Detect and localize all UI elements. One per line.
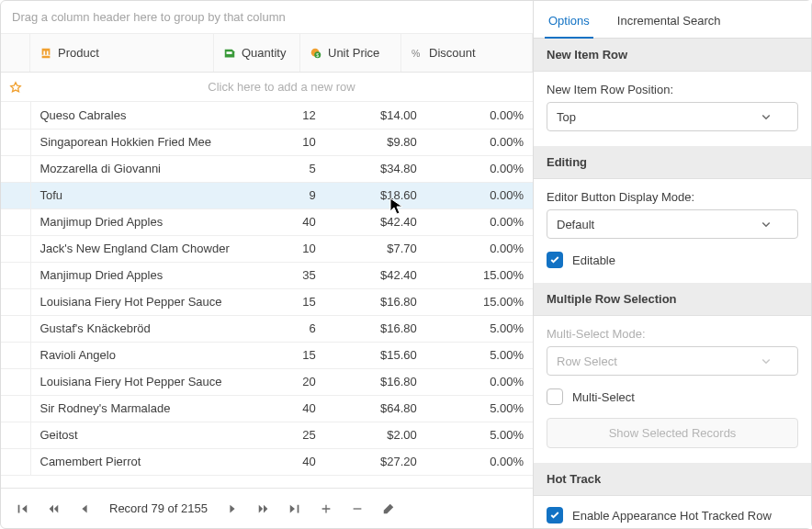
cell-unit-price[interactable]: $7.70 xyxy=(325,235,426,262)
multi-select-label: Multi-Select xyxy=(572,390,635,404)
cell-discount[interactable]: 0.00% xyxy=(426,368,533,395)
cell-product[interactable]: Manjimup Dried Apples xyxy=(30,262,239,288)
table-row[interactable]: Sir Rodney's Marmalade40$64.805.00% xyxy=(1,395,533,422)
cell-product[interactable]: Singaporean Hokkien Fried Mee xyxy=(30,129,239,155)
table-row[interactable]: Queso Cabrales12$14.000.00% xyxy=(1,102,533,129)
cell-discount[interactable]: 5.00% xyxy=(426,315,533,342)
cell-quantity[interactable]: 40 xyxy=(239,395,325,422)
hot-track-checkbox[interactable] xyxy=(547,507,563,523)
cell-quantity[interactable]: 10 xyxy=(239,129,325,155)
table-row[interactable]: Gustaf's Knäckebröd6$16.805.00% xyxy=(1,315,533,342)
cell-discount[interactable]: 5.00% xyxy=(426,395,533,422)
cell-unit-price[interactable]: $27.20 xyxy=(325,448,426,475)
cell-discount[interactable]: 15.00% xyxy=(426,288,533,315)
new-item-row[interactable]: Click here to add a new row xyxy=(1,73,533,102)
cell-product[interactable]: Queso Cabrales xyxy=(30,102,239,129)
cell-product[interactable]: Camembert Pierrot xyxy=(30,448,239,475)
cell-product[interactable]: Sir Rodney's Marmalade xyxy=(30,395,239,422)
cell-discount[interactable]: 0.00% xyxy=(426,102,533,129)
cell-quantity[interactable]: 25 xyxy=(239,422,325,448)
cell-unit-price[interactable]: $64.80 xyxy=(325,395,426,422)
cell-product[interactable]: Manjimup Dried Apples xyxy=(30,208,239,235)
cell-unit-price[interactable]: $16.80 xyxy=(325,288,426,315)
remove-button[interactable] xyxy=(342,495,373,523)
cell-unit-price[interactable]: $42.40 xyxy=(325,262,426,288)
table-row[interactable]: Tofu9$18.600.00% xyxy=(1,182,533,208)
column-header-quantity[interactable]: Quantity xyxy=(214,34,300,72)
cell-product[interactable]: Mozzarella di Giovanni xyxy=(30,155,239,182)
table-row[interactable]: Manjimup Dried Apples35$42.4015.00% xyxy=(1,262,533,288)
cell-product[interactable]: Tofu xyxy=(30,182,239,208)
cell-discount[interactable]: 15.00% xyxy=(426,262,533,288)
column-header-unit-price[interactable]: $ Unit Price xyxy=(300,34,401,72)
cell-product[interactable]: Gustaf's Knäckebröd xyxy=(30,315,239,342)
tab-options[interactable]: Options xyxy=(545,6,593,39)
cell-quantity[interactable]: 5 xyxy=(239,155,325,182)
cell-product[interactable]: Geitost xyxy=(30,422,239,448)
cell-quantity[interactable]: 40 xyxy=(239,208,325,235)
multi-select-checkbox[interactable] xyxy=(547,388,563,405)
cell-product[interactable]: Ravioli Angelo xyxy=(30,342,239,368)
table-row[interactable]: Geitost25$2.005.00% xyxy=(1,422,533,448)
row-indicator xyxy=(1,422,30,448)
cell-unit-price[interactable]: $18.60 xyxy=(325,182,426,208)
edit-button[interactable] xyxy=(373,495,404,523)
cell-unit-price[interactable]: $16.80 xyxy=(325,315,426,342)
cell-quantity[interactable]: 40 xyxy=(239,448,325,475)
add-button[interactable] xyxy=(310,495,342,523)
grid-rows[interactable]: Queso Cabrales12$14.000.00%Singaporean H… xyxy=(1,102,533,488)
table-row[interactable]: Mozzarella di Giovanni5$34.800.00% xyxy=(1,155,533,182)
cell-quantity[interactable]: 6 xyxy=(239,315,325,342)
cell-product[interactable]: Jack's New England Clam Chowder xyxy=(30,235,239,262)
group-panel[interactable]: Drag a column header here to group by th… xyxy=(1,1,533,34)
cell-unit-price[interactable]: $34.80 xyxy=(325,155,426,182)
data-grid: Drag a column header here to group by th… xyxy=(1,1,534,528)
cell-product[interactable]: Louisiana Fiery Hot Pepper Sauce xyxy=(30,288,239,315)
cell-discount[interactable]: 0.00% xyxy=(426,182,533,208)
cell-quantity[interactable]: 10 xyxy=(239,235,325,262)
cell-quantity[interactable]: 12 xyxy=(239,102,325,129)
cell-unit-price[interactable]: $15.60 xyxy=(325,342,426,368)
cell-product[interactable]: Louisiana Fiery Hot Pepper Sauce xyxy=(30,368,239,395)
cell-discount[interactable]: 5.00% xyxy=(426,422,533,448)
column-header-discount[interactable]: % Discount xyxy=(401,34,533,72)
column-header-product[interactable]: Product xyxy=(30,34,214,72)
editor-display-mode-select[interactable]: Default xyxy=(547,209,798,239)
cell-discount[interactable]: 0.00% xyxy=(426,208,533,235)
price-icon: $ xyxy=(310,47,322,60)
editable-checkbox[interactable] xyxy=(547,252,563,268)
cell-quantity[interactable]: 20 xyxy=(239,368,325,395)
product-icon xyxy=(39,47,52,60)
prev-button[interactable] xyxy=(69,495,100,523)
table-row[interactable]: Louisiana Fiery Hot Pepper Sauce20$16.80… xyxy=(1,368,533,395)
table-row[interactable]: Ravioli Angelo15$15.605.00% xyxy=(1,342,533,368)
last-button[interactable] xyxy=(279,495,310,523)
cell-discount[interactable]: 0.00% xyxy=(426,129,533,155)
cell-quantity[interactable]: 15 xyxy=(239,288,325,315)
new-item-position-select[interactable]: Top xyxy=(547,102,798,131)
next-button[interactable] xyxy=(217,495,248,523)
column-label: Quantity xyxy=(242,46,286,60)
cell-quantity[interactable]: 15 xyxy=(239,342,325,368)
cell-discount[interactable]: 5.00% xyxy=(426,342,533,368)
table-row[interactable]: Jack's New England Clam Chowder10$7.700.… xyxy=(1,235,533,262)
table-row[interactable]: Singaporean Hokkien Fried Mee10$9.800.00… xyxy=(1,129,533,155)
row-indicator xyxy=(1,129,30,155)
table-row[interactable]: Louisiana Fiery Hot Pepper Sauce15$16.80… xyxy=(1,288,533,315)
cell-discount[interactable]: 0.00% xyxy=(426,448,533,475)
cell-unit-price[interactable]: $2.00 xyxy=(325,422,426,448)
cell-discount[interactable]: 0.00% xyxy=(426,155,533,182)
cell-quantity[interactable]: 9 xyxy=(239,182,325,208)
cell-unit-price[interactable]: $9.80 xyxy=(325,129,426,155)
table-row[interactable]: Camembert Pierrot40$27.200.00% xyxy=(1,448,533,475)
prev-page-button[interactable] xyxy=(38,495,69,523)
table-row[interactable]: Manjimup Dried Apples40$42.400.00% xyxy=(1,208,533,235)
first-button[interactable] xyxy=(6,495,38,523)
cell-unit-price[interactable]: $14.00 xyxy=(325,102,426,129)
next-page-button[interactable] xyxy=(248,495,279,523)
cell-unit-price[interactable]: $42.40 xyxy=(325,208,426,235)
tab-incremental-search[interactable]: Incremental Search xyxy=(614,6,725,38)
cell-unit-price[interactable]: $16.80 xyxy=(325,368,426,395)
cell-discount[interactable]: 0.00% xyxy=(426,235,533,262)
cell-quantity[interactable]: 35 xyxy=(239,262,325,288)
